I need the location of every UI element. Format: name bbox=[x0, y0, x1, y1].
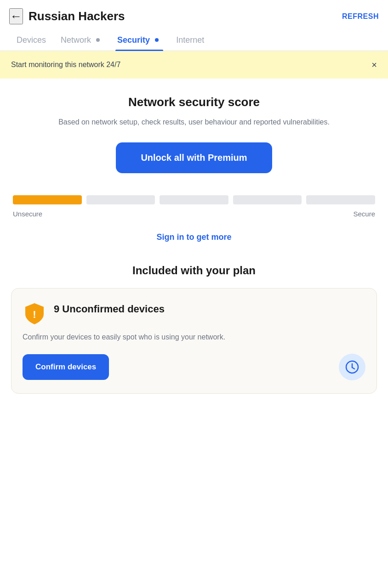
tab-internet[interactable]: Internet bbox=[169, 29, 211, 51]
score-bar-segment-1 bbox=[13, 195, 82, 204]
confirm-devices-button[interactable]: Confirm devices bbox=[23, 354, 109, 380]
tab-network[interactable]: Network bbox=[53, 29, 110, 51]
tab-devices[interactable]: Devices bbox=[9, 29, 53, 51]
included-plan-title: Included with your plan bbox=[11, 264, 377, 277]
banner-close-button[interactable]: × bbox=[371, 60, 377, 69]
security-score-desc: Based on network setup, check results, u… bbox=[11, 117, 377, 128]
clock-icon bbox=[345, 360, 359, 374]
refresh-button[interactable]: REFRESH bbox=[342, 12, 379, 21]
score-bar-segment-4 bbox=[233, 195, 302, 204]
tab-security[interactable]: Security bbox=[110, 29, 169, 51]
score-label-secure: Secure bbox=[353, 210, 375, 218]
clock-history-button[interactable] bbox=[339, 354, 365, 380]
svg-line-3 bbox=[352, 368, 354, 369]
card-description: Confirm your devices to easily spot who … bbox=[23, 332, 365, 343]
score-bar-segment-3 bbox=[160, 195, 228, 204]
shield-warning-icon: ! bbox=[23, 301, 46, 325]
unlock-premium-button[interactable]: Unlock all with Premium bbox=[116, 142, 272, 173]
page-title: Russian Hackers bbox=[29, 9, 125, 23]
score-bar-segment-5 bbox=[306, 195, 375, 204]
tab-bar: Devices Network Security Internet bbox=[0, 29, 388, 51]
network-tab-dot bbox=[96, 38, 100, 42]
svg-text:!: ! bbox=[33, 309, 36, 320]
unconfirmed-devices-card: ! 9 Unconfirmed devices Confirm your dev… bbox=[11, 288, 377, 394]
main-content: Network security score Based on network … bbox=[0, 79, 388, 405]
card-header: ! 9 Unconfirmed devices bbox=[23, 301, 365, 325]
monitoring-banner: Start monitoring this network 24/7 × bbox=[0, 51, 388, 79]
card-title: 9 Unconfirmed devices bbox=[54, 301, 165, 315]
sign-in-link[interactable]: Sign in to get more bbox=[11, 232, 377, 242]
banner-text: Start monitoring this network 24/7 bbox=[11, 61, 120, 69]
security-tab-dot bbox=[155, 38, 159, 42]
score-bar-labels: Unsecure Secure bbox=[11, 210, 377, 218]
back-button[interactable]: ← bbox=[9, 8, 23, 24]
security-score-bar bbox=[11, 195, 377, 204]
card-footer: Confirm devices bbox=[23, 354, 365, 380]
score-bar-segment-2 bbox=[86, 195, 155, 204]
score-label-unsecure: Unsecure bbox=[13, 210, 42, 218]
header-left: ← Russian Hackers bbox=[9, 8, 125, 24]
security-score-title: Network security score bbox=[11, 95, 377, 109]
header: ← Russian Hackers REFRESH bbox=[0, 0, 388, 29]
